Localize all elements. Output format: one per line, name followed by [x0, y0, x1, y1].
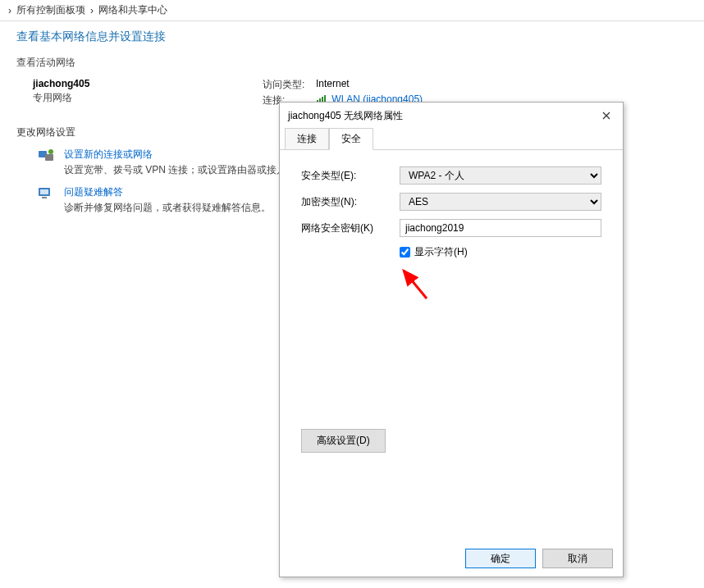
svg-point-2 [48, 149, 53, 154]
breadcrumb-sep: › [90, 5, 94, 16]
encryption-type-select[interactable]: AES [400, 193, 601, 211]
encryption-type-label: 加密类型(N): [301, 195, 400, 209]
troubleshoot-icon [36, 185, 56, 215]
svg-rect-5 [42, 197, 47, 198]
network-type: 专用网络 [33, 91, 263, 105]
tab-connection[interactable]: 连接 [285, 128, 329, 149]
page-title: 查看基本网络信息并设置连接 [0, 21, 704, 51]
breadcrumb: › 所有控制面板项 › 网络和共享中心 [0, 0, 704, 21]
dialog-tabs: 连接 安全 [280, 129, 623, 150]
show-characters-label: 显示字符(H) [414, 245, 468, 259]
breadcrumb-item-all[interactable]: 所有控制面板项 [16, 3, 85, 17]
setup-connection-link[interactable]: 设置新的连接或网络 [64, 148, 306, 162]
setup-icon [36, 148, 56, 177]
svg-rect-1 [45, 154, 53, 161]
troubleshoot-link[interactable]: 问题疑难解答 [64, 185, 271, 199]
troubleshoot-desc: 诊断并修复网络问题，或者获得疑难解答信息。 [64, 201, 271, 215]
active-networks-label: 查看活动网络 [0, 51, 704, 75]
breadcrumb-sep: › [8, 5, 11, 16]
network-key-label: 网络安全密钥(K) [301, 221, 400, 235]
dialog-footer: 确定 取消 [280, 540, 623, 577]
security-type-label: 安全类型(E): [301, 169, 400, 183]
security-type-select[interactable]: WPA2 - 个人 [400, 166, 601, 185]
cancel-button[interactable]: 取消 [542, 549, 613, 568]
close-button[interactable] [597, 107, 616, 124]
wifi-properties-dialog: jiachong405 无线网络属性 连接 安全 安全类型(E): WPA2 -… [279, 102, 624, 577]
access-type-label: 访问类型: [263, 78, 308, 92]
setup-connection-desc: 设置宽带、拨号或 VPN 连接；或设置路由器或接入点。 [64, 163, 306, 177]
show-characters-checkbox[interactable] [400, 247, 410, 258]
network-name: jiachong405 [33, 78, 263, 89]
advanced-settings-button[interactable]: 高级设置(D) [301, 429, 386, 453]
dialog-body: 安全类型(E): WPA2 - 个人 加密类型(N): AES 网络安全密钥(K… [280, 150, 623, 540]
dialog-title-text: jiachong405 无线网络属性 [288, 109, 403, 123]
svg-rect-4 [40, 189, 48, 194]
dialog-titlebar[interactable]: jiachong405 无线网络属性 [280, 103, 623, 129]
breadcrumb-item-network[interactable]: 网络和共享中心 [98, 3, 167, 17]
close-icon [602, 112, 610, 120]
access-type-value: Internet [316, 78, 350, 92]
ok-button[interactable]: 确定 [465, 549, 536, 568]
tab-security[interactable]: 安全 [329, 128, 373, 150]
network-key-input[interactable] [400, 219, 601, 237]
